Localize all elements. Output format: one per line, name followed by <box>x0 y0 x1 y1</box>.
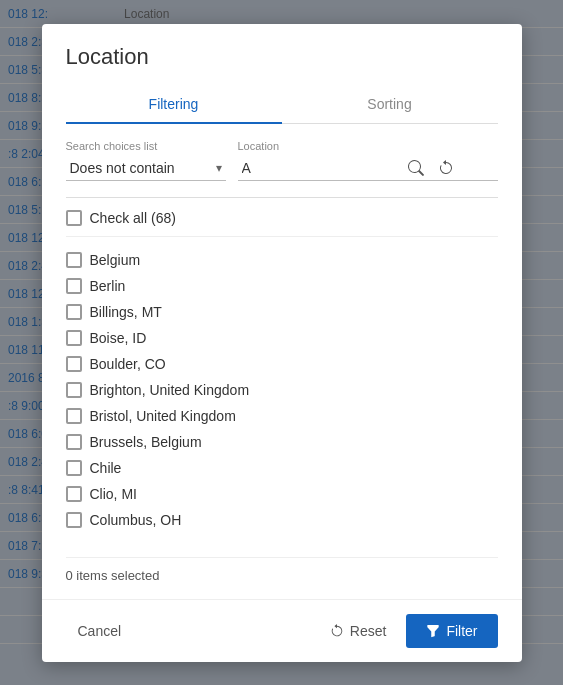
item-label: Bristol, United Kingdom <box>90 408 236 424</box>
list-item[interactable]: Boulder, CO <box>66 351 498 377</box>
list-item[interactable]: Brussels, Belgium <box>66 429 498 455</box>
item-checkbox[interactable] <box>66 408 82 424</box>
item-label: Brussels, Belgium <box>90 434 202 450</box>
location-filter-modal: Location Filtering Sorting Search choice… <box>42 24 522 662</box>
item-label: Boulder, CO <box>90 356 166 372</box>
choice-select-wrapper: Does not contain Contains Equals Starts … <box>66 156 226 181</box>
filter-label: Filter <box>446 623 477 639</box>
tab-filtering[interactable]: Filtering <box>66 86 282 124</box>
item-label: Chile <box>90 460 122 476</box>
list-item[interactable]: Billings, MT <box>66 299 498 325</box>
choice-select[interactable]: Does not contain Contains Equals Starts … <box>66 156 226 181</box>
choice-label: Search choices list <box>66 140 226 152</box>
item-label: Columbus, OH <box>90 512 182 528</box>
reset-input-button[interactable] <box>434 158 458 178</box>
reset-icon <box>330 624 344 638</box>
item-checkbox[interactable] <box>66 486 82 502</box>
modal-footer: Cancel Reset Filter <box>42 599 522 662</box>
list-item[interactable]: Bristol, United Kingdom <box>66 403 498 429</box>
tab-sorting[interactable]: Sorting <box>282 86 498 124</box>
check-all-row[interactable]: Check all (68) <box>66 210 498 237</box>
item-label: Boise, ID <box>90 330 147 346</box>
item-checkbox[interactable] <box>66 356 82 372</box>
list-item[interactable]: Belgium <box>66 247 498 273</box>
filter-icon <box>426 624 440 638</box>
list-item[interactable]: Boise, ID <box>66 325 498 351</box>
divider <box>66 197 498 198</box>
item-checkbox[interactable] <box>66 330 82 346</box>
reset-button[interactable]: Reset <box>318 615 399 647</box>
location-label: Location <box>238 140 498 152</box>
item-checkbox[interactable] <box>66 278 82 294</box>
modal-title: Location <box>66 44 498 70</box>
item-label: Brighton, United Kingdom <box>90 382 250 398</box>
filter-row: Search choices list Does not contain Con… <box>66 140 498 181</box>
item-checkbox[interactable] <box>66 304 82 320</box>
search-button[interactable] <box>404 158 428 178</box>
check-all-checkbox[interactable] <box>66 210 82 226</box>
location-input-wrapper <box>238 156 498 181</box>
selected-count: 0 items selected <box>66 557 498 583</box>
location-field-group: Location <box>238 140 498 181</box>
check-all-label: Check all (68) <box>90 210 176 226</box>
item-checkbox[interactable] <box>66 434 82 450</box>
item-label: Billings, MT <box>90 304 162 320</box>
modal-header: Location Filtering Sorting <box>42 24 522 124</box>
cancel-button[interactable]: Cancel <box>66 615 134 647</box>
tabs: Filtering Sorting <box>66 86 498 124</box>
item-checkbox[interactable] <box>66 252 82 268</box>
item-checkbox[interactable] <box>66 512 82 528</box>
item-label: Belgium <box>90 252 141 268</box>
items-list[interactable]: BelgiumBerlinBillings, MTBoise, IDBoulde… <box>66 247 498 547</box>
item-label: Clio, MI <box>90 486 137 502</box>
location-input[interactable] <box>238 156 398 180</box>
list-item[interactable]: Clio, MI <box>66 481 498 507</box>
list-item[interactable]: Chile <box>66 455 498 481</box>
filter-button[interactable]: Filter <box>406 614 497 648</box>
item-checkbox[interactable] <box>66 382 82 398</box>
reset-label: Reset <box>350 623 387 639</box>
choice-field-group: Search choices list Does not contain Con… <box>66 140 226 181</box>
list-item[interactable]: Berlin <box>66 273 498 299</box>
list-item[interactable]: Brighton, United Kingdom <box>66 377 498 403</box>
modal-body: Search choices list Does not contain Con… <box>42 124 522 599</box>
item-label: Berlin <box>90 278 126 294</box>
item-checkbox[interactable] <box>66 460 82 476</box>
list-item[interactable]: Columbus, OH <box>66 507 498 533</box>
